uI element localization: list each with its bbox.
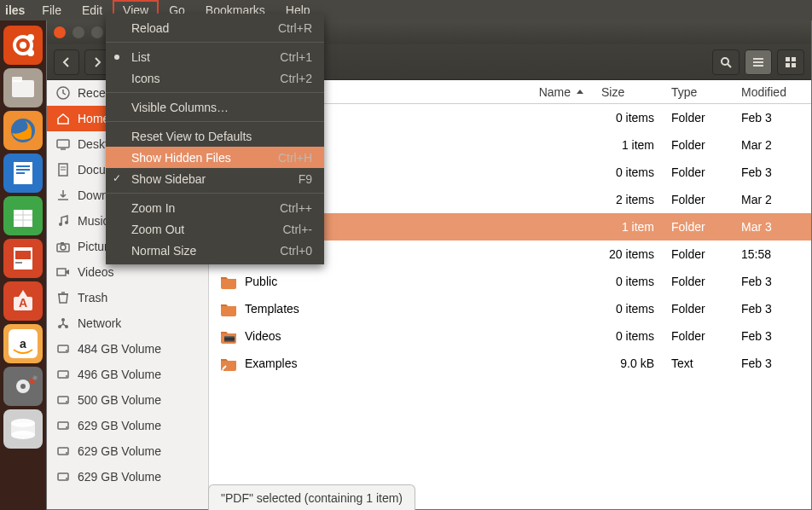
svg-rect-42 — [753, 65, 763, 67]
sidebar-item-label: 629 GB Volume — [78, 419, 161, 432]
svg-rect-17 — [14, 205, 32, 210]
sidebar-item-label: Videos — [78, 265, 114, 279]
menu-item-zoom-in[interactable]: Zoom InCtrl++ — [106, 197, 324, 218]
clock-icon — [55, 85, 71, 101]
menu-separator — [106, 42, 324, 43]
list-view-button[interactable] — [745, 49, 772, 75]
app-name: iles — [5, 3, 25, 17]
svg-line-39 — [728, 64, 731, 67]
svg-point-55 — [65, 221, 68, 224]
sidebar-item-label: 484 GB Volume — [78, 342, 161, 356]
sidebar-item-label: Music — [78, 214, 109, 228]
file-row[interactable]: Templates0 itemsFolderFeb 3 — [209, 295, 811, 322]
column-type[interactable]: Type — [663, 85, 733, 99]
menu-item-zoom-out[interactable]: Zoom OutCtrl+- — [106, 218, 324, 240]
folder-icon — [219, 272, 238, 291]
unity-launcher: Aa — [0, 20, 46, 510]
folder-icon — [219, 327, 238, 345]
video-icon — [55, 264, 71, 280]
grid-view-button[interactable] — [777, 49, 804, 75]
launcher-disks-icon[interactable] — [3, 409, 43, 449]
svg-rect-46 — [792, 63, 796, 67]
back-button[interactable] — [54, 49, 79, 75]
sidebar-item-500-gb-volume[interactable]: 500 GB Volume — [47, 387, 208, 413]
menu-item-reset-view-to-defaults[interactable]: Reset View to Defaults — [106, 125, 324, 147]
sidebar-item-629-gb-volume[interactable]: 629 GB Volume — [47, 438, 208, 464]
file-modified: Feb 3 — [733, 165, 811, 179]
column-modified[interactable]: Modified — [733, 85, 811, 99]
file-row[interactable]: Videos0 itemsFolderFeb 3 — [209, 322, 811, 350]
svg-text:A: A — [19, 296, 27, 310]
launcher-writer-icon[interactable] — [3, 154, 43, 193]
menu-item-accel: Ctrl+R — [278, 21, 312, 35]
svg-rect-7 — [12, 77, 22, 82]
menu-separator — [106, 121, 324, 122]
menu-item-accel: Ctrl+0 — [280, 244, 312, 258]
menu-item-icons[interactable]: IconsCtrl+2 — [106, 67, 324, 89]
sidebar-item-484-gb-volume[interactable]: 484 GB Volume — [47, 336, 208, 362]
svg-point-76 — [66, 478, 67, 479]
launcher-amazon-icon[interactable]: a — [3, 324, 43, 363]
music-icon — [55, 213, 71, 229]
menu-file[interactable]: File — [32, 0, 72, 20]
menu-item-label: List — [131, 50, 150, 64]
file-modified: 15:58 — [733, 247, 811, 261]
menu-item-reload[interactable]: ReloadCtrl+R — [106, 17, 324, 38]
menu-item-visible-columns-[interactable]: Visible Columns… — [106, 96, 324, 118]
search-button[interactable] — [712, 49, 740, 75]
menu-item-label: Reset View to Defaults — [131, 130, 252, 143]
network-icon — [55, 316, 71, 331]
menu-item-show-hidden-files[interactable]: Show Hidden FilesCtrl+H — [106, 147, 324, 168]
check-icon: ✓ — [113, 172, 121, 184]
file-size: 20 items — [593, 247, 663, 261]
file-size: 9.0 kB — [593, 356, 663, 370]
sidebar-item-496-gb-volume[interactable]: 496 GB Volume — [47, 362, 208, 387]
svg-rect-40 — [753, 58, 763, 60]
svg-point-74 — [66, 452, 67, 454]
maximize-icon[interactable] — [91, 26, 103, 38]
svg-text:a: a — [20, 337, 26, 351]
svg-point-57 — [61, 245, 66, 250]
download-icon — [55, 188, 71, 203]
file-size: 0 items — [593, 111, 663, 125]
column-size[interactable]: Size — [593, 85, 663, 99]
file-row[interactable]: Examples9.0 kBTextFeb 3 — [209, 350, 811, 377]
menu-item-label: Zoom In — [131, 201, 175, 215]
launcher-impress-icon[interactable] — [3, 239, 43, 278]
sidebar-item-629-gb-volume[interactable]: 629 GB Volume — [47, 464, 208, 490]
menu-item-normal-size[interactable]: Normal SizeCtrl+0 — [106, 240, 324, 261]
svg-rect-59 — [57, 269, 66, 275]
disk-icon — [55, 367, 71, 382]
launcher-settings-icon[interactable] — [3, 367, 43, 406]
launcher-ubuntu-icon[interactable] — [3, 26, 43, 65]
file-modified: Feb 3 — [733, 329, 811, 343]
launcher-firefox-icon[interactable] — [3, 111, 43, 150]
file-name: Templates — [245, 302, 299, 316]
file-name: Public — [245, 275, 277, 288]
menu-separator — [106, 193, 324, 194]
file-modified: Feb 3 — [733, 302, 811, 316]
svg-rect-81 — [224, 341, 235, 343]
close-icon[interactable] — [54, 26, 66, 38]
sidebar-item-network[interactable]: Network — [47, 310, 208, 336]
svg-rect-23 — [15, 251, 31, 259]
launcher-files-icon[interactable] — [3, 68, 43, 107]
file-size: 0 items — [593, 329, 663, 343]
menu-item-list[interactable]: ListCtrl+1 — [106, 46, 324, 67]
sidebar-item-trash[interactable]: Trash — [47, 285, 208, 310]
trash-icon — [55, 290, 71, 305]
view-menu-dropdown[interactable]: ReloadCtrl+RListCtrl+1IconsCtrl+2Visible… — [106, 14, 324, 264]
svg-point-37 — [11, 431, 35, 439]
folder-icon — [219, 354, 238, 373]
svg-point-66 — [66, 350, 67, 351]
launcher-calc-icon[interactable] — [3, 196, 43, 235]
disk-icon — [55, 443, 71, 459]
file-type: Folder — [663, 165, 733, 179]
file-modified: Feb 3 — [733, 356, 811, 370]
minimize-icon[interactable] — [72, 26, 84, 38]
launcher-software-icon[interactable]: A — [3, 281, 43, 321]
file-row[interactable]: Public0 itemsFolderFeb 3 — [209, 268, 811, 295]
file-modified: Mar 2 — [733, 138, 811, 152]
menu-item-show-sidebar[interactable]: ✓Show SidebarF9 — [106, 168, 324, 189]
sidebar-item-629-gb-volume[interactable]: 629 GB Volume — [47, 413, 208, 438]
